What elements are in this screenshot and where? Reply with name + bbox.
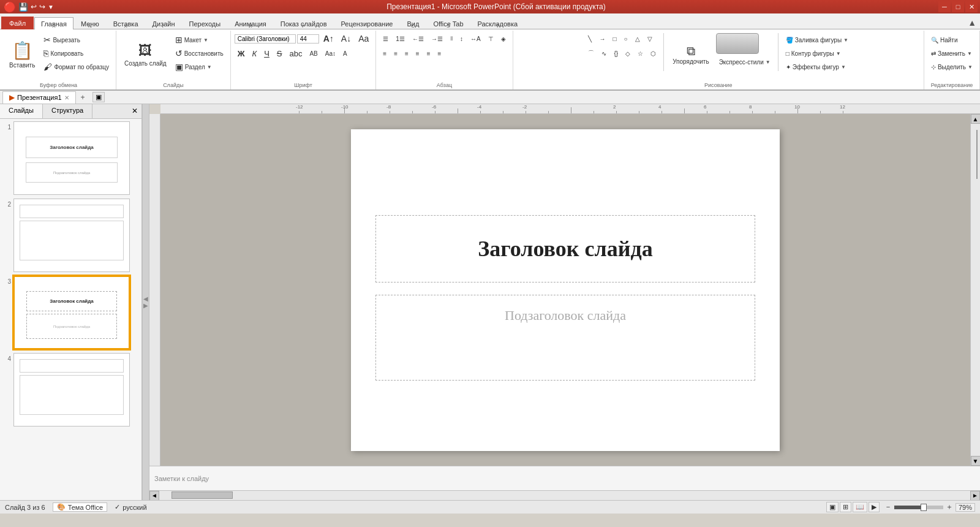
maximize-button[interactable]: □ [952,1,964,12]
tab-home[interactable]: ГлавнаяЯ [34,17,74,29]
shape-rect[interactable]: □ [609,32,619,45]
slide-thumb-3[interactable]: 3 Заголовок слайда Подзаголовок слайда [2,276,139,349]
new-slide-button[interactable]: 🖼 Создать слайд [120,32,171,77]
bold-button[interactable]: Ж [235,47,248,60]
shape-effects-button[interactable]: ✦ Эффекты фигур ▼ [783,60,851,74]
char-spacing-button[interactable]: АВ [306,47,320,60]
numbering-button[interactable]: 1☰ [393,32,408,45]
tab-file[interactable]: Файл [1,17,34,29]
zoom-handle[interactable] [921,504,927,511]
language-button[interactable]: ✓ русский [115,503,146,511]
subtitle-placeholder[interactable]: Подзаголовок слайда [375,295,755,381]
scroll-up-button[interactable]: ▲ [971,114,981,124]
tab-options[interactable]: ▣ [92,92,105,102]
font-name-input[interactable]: Calibri (Заголовки) [235,34,296,44]
underline-button[interactable]: Ч [261,47,273,60]
shape-curve[interactable]: ⌒ [585,47,597,60]
tab-design[interactable]: ДизайнГ [146,17,182,29]
doc-tab-close[interactable]: ✕ [64,94,69,101]
justify[interactable]: ≡ [413,47,423,60]
strikethrough-button[interactable]: S [274,47,285,60]
quick-save[interactable]: 💾 [18,2,28,12]
quick-styles-button[interactable]: Экспресс-стили ▼ [716,55,774,69]
ribbon-collapse[interactable]: ▲ [964,17,980,29]
theme-button[interactable]: 🎨 Тема Office [53,502,108,512]
slide-thumb-4[interactable]: 4 [2,353,139,427]
shape-fill-button[interactable]: 🪣 Заливка фигуры ▼ [783,33,851,47]
italic-button[interactable]: К [249,47,260,60]
slide-title-text[interactable]: Заголовок слайда [478,236,652,262]
tab-animations[interactable]: АнимацияИ [228,17,273,29]
scroll-thumb-v[interactable] [976,130,978,179]
tab-slideshow[interactable]: Показ слайдовP [274,17,334,29]
shape-freeform[interactable]: ∿ [598,47,609,60]
shape-rt[interactable]: △ [632,32,643,45]
tab-insert[interactable]: ВставкаX [107,17,145,29]
doc-tab-pres1[interactable]: ▶ Презентация1 ✕ [2,91,76,104]
align-bottom[interactable]: ≡ [424,47,434,60]
slide-thumb-1[interactable]: 1 Заголовок слайда Подзаголовок слайда [2,121,139,195]
section-button[interactable]: ▣ Раздел ▼ [172,60,227,74]
new-tab-button[interactable]: + [77,92,89,103]
slideshow-button[interactable]: ▶ [869,502,880,512]
bullets-button[interactable]: ☰ [380,32,391,45]
align-text[interactable]: ⊤ [485,32,497,45]
find-button[interactable]: 🔍 Найти [928,33,976,47]
shape-brace[interactable]: {} [611,47,621,60]
collapse-handle[interactable]: ◀▶ [142,104,149,500]
font-size-inc[interactable]: A↑ [320,32,337,45]
tab-slides[interactable]: Слайды [0,104,43,118]
change-case-button[interactable]: Аa↕ [322,47,339,60]
zoom-in-button[interactable]: ＋ [946,502,953,512]
notes-area[interactable]: Заметки к слайду [149,466,980,490]
font-size-dec[interactable]: A↓ [338,32,354,45]
shape-oval[interactable]: ○ [621,32,631,45]
shape-outline-button[interactable]: □ Контур фигуры ▼ [783,47,851,60]
line-spacing[interactable]: ↕ [457,32,466,45]
zoom-slider[interactable] [894,506,943,509]
smartart-button[interactable]: ◈ [498,32,509,45]
align-right[interactable]: ≡ [402,47,412,60]
replace-button[interactable]: ⇄ Заменить ▼ [928,47,976,60]
align-center[interactable]: ≡ [391,47,401,60]
shape-extra[interactable]: ⬡ [647,47,659,60]
tab-menu[interactable]: МенюN [74,17,106,29]
shadow-button[interactable]: abc [286,47,305,60]
tab-officetab[interactable]: Office TabЭ [426,17,470,29]
scroll-left-button[interactable]: ◄ [149,491,159,501]
tab-transitions[interactable]: Переходы [183,17,228,29]
decrease-indent[interactable]: ←☰ [409,32,427,45]
select-button[interactable]: ⊹ Выделить ▼ [928,60,976,74]
text-direction[interactable]: ↔A [467,32,484,45]
tab-outline[interactable]: Структура [43,104,92,118]
minimize-button[interactable]: ─ [938,1,951,12]
shape-line[interactable]: ╲ [585,32,595,45]
font-size-input[interactable]: 44 [297,34,319,44]
shape-star[interactable]: ☆ [635,47,646,60]
clear-format[interactable]: Aa [355,32,372,45]
slides-panel-close[interactable]: ✕ [128,104,141,118]
font-color-button[interactable]: А [340,47,352,60]
scroll-right-button[interactable]: ► [970,491,980,501]
canvas-scroll[interactable]: Заголовок слайда Подзаголовок слайда [160,114,970,466]
zoom-percent[interactable]: 79% [956,503,975,512]
scroll-thumb-h[interactable] [172,491,233,499]
shape-more[interactable]: ▽ [644,32,655,45]
title-placeholder[interactable]: Заголовок слайда [375,215,755,282]
layout-button[interactable]: ⊞ Макет ▼ [172,33,227,47]
normal-view-button[interactable]: ▣ [826,502,839,512]
arrange-button[interactable]: ⧉ Упорядочить [668,32,714,77]
slide-thumb-2[interactable]: 2 [2,199,139,272]
zoom-out-button[interactable]: － [884,502,892,512]
close-button[interactable]: ✕ [965,1,978,12]
reset-button[interactable]: ↺ Восстановить [172,47,227,60]
tab-layout[interactable]: РаскладовкаТ [471,17,525,29]
quick-styles-preview[interactable] [716,33,759,54]
shape-diamond[interactable]: ◇ [622,47,633,60]
quick-redo[interactable]: ↪ [39,2,45,11]
quick-undo[interactable]: ↩ [31,2,37,11]
align-top2[interactable]: ≡ [435,47,445,60]
shape-arrow[interactable]: → [596,32,608,45]
copy-button[interactable]: ⎘ Копировать [40,47,112,60]
cut-button[interactable]: ✂ Вырезать [40,33,112,47]
